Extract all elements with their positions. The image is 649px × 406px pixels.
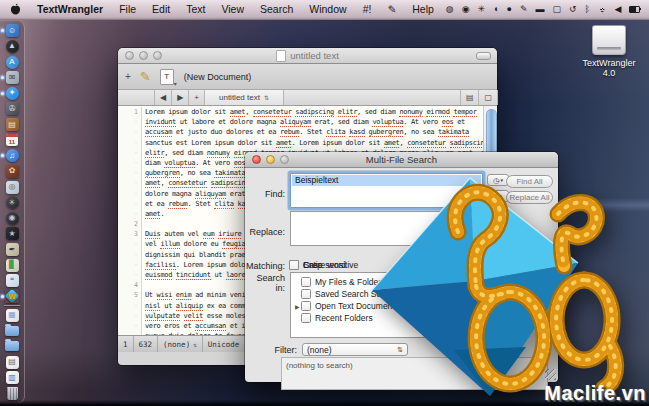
rope-glyph: w xyxy=(5,289,19,303)
document-proxy-button[interactable]: T ▾ xyxy=(160,69,174,85)
editor-line[interactable]: ·accusam et justo duo dolores et ea rebu… xyxy=(118,127,484,137)
dock-item-iphoto[interactable]: ✿ xyxy=(2,165,22,179)
checkbox[interactable] xyxy=(301,301,311,311)
minimize-button[interactable] xyxy=(139,51,148,60)
running-indicator xyxy=(1,29,4,32)
dock-item-trash[interactable] xyxy=(2,387,22,401)
checkbox[interactable] xyxy=(301,313,311,323)
editor-line[interactable]: ·invidunt ut labore et dolore magna aliq… xyxy=(118,117,484,127)
toolbar-toggle-button[interactable] xyxy=(476,52,491,60)
close-button[interactable] xyxy=(125,51,134,60)
dock-item-image-file[interactable]: ▦ xyxy=(2,308,22,322)
dock-item-textwrangler[interactable]: w xyxy=(2,290,22,304)
filter-value: (none) xyxy=(307,345,332,355)
editor-line[interactable]: 1Lorem ipsum dolor sit amet, consetetur … xyxy=(118,107,484,117)
dock-item-launchpad[interactable]: ▲ xyxy=(2,40,22,54)
tab-untitled-text[interactable]: untitled text ⇅ xyxy=(204,90,284,105)
dock-item-finder[interactable]: ☺ xyxy=(2,24,22,38)
dock-item-messages[interactable]: ❝ xyxy=(2,274,22,288)
zoom-button[interactable] xyxy=(153,51,162,60)
new-tab-button[interactable]: + xyxy=(188,90,205,105)
language-popup[interactable]: (none) ⇅ xyxy=(158,336,203,352)
bluetooth-icon[interactable]: ᛒ xyxy=(581,0,594,19)
zoom-button[interactable] xyxy=(280,155,289,164)
dock-item-dvd-player[interactable]: ◉ xyxy=(2,212,22,226)
time-machine-icon[interactable]: ↺ xyxy=(565,0,581,19)
search-titlebar[interactable]: Multi-File Search xyxy=(245,152,558,168)
document-proxy-icon[interactable] xyxy=(276,50,286,62)
menu-file[interactable]: File xyxy=(111,0,144,19)
line-number: · xyxy=(118,178,142,188)
battery-icon[interactable] xyxy=(629,6,640,14)
line-number: · xyxy=(118,189,142,199)
line-number: 4 xyxy=(118,280,142,290)
line-number: · xyxy=(118,239,142,249)
installer-doc-icon: ▤ xyxy=(6,356,19,369)
menu-extra-5-icon[interactable]: ● xyxy=(503,0,516,19)
editor-line[interactable]: ·sanctus est Lorem ipsum dolor sit amet.… xyxy=(118,138,484,148)
monitor-icon[interactable]: ▢ xyxy=(549,0,566,19)
menu-text[interactable]: Text xyxy=(178,0,213,19)
minimize-button[interactable] xyxy=(266,155,275,164)
dock-item-installer-doc[interactable]: ▤ xyxy=(2,355,22,369)
menu-extra-3-icon[interactable]: ✳ xyxy=(474,0,490,19)
checkbox-grep[interactable]: Grep xyxy=(289,260,322,270)
dock-item-numbers[interactable]: ▊ xyxy=(2,258,22,272)
menu-clock[interactable]: Mi. 10:35 xyxy=(644,0,649,21)
line-number: 1 xyxy=(118,107,142,117)
back-button[interactable]: ◀ xyxy=(154,90,172,105)
menu-items: TextWranglerFileEditTextViewSearchWindow… xyxy=(0,0,442,19)
checkbox[interactable] xyxy=(289,260,299,270)
sidebar-toggle-button[interactable]: + xyxy=(118,71,135,82)
volume-icon[interactable]: ◀ xyxy=(611,0,626,19)
split-view-button[interactable]: ▤ xyxy=(460,90,480,105)
menu-extra-6-icon[interactable]: ✎ xyxy=(516,0,532,19)
checkbox[interactable] xyxy=(301,277,311,287)
tab-stepper-icon[interactable]: ⇅ xyxy=(264,94,269,101)
search-status-text: (nothing to search) xyxy=(286,361,353,370)
dock-item-mail[interactable]: ✉ xyxy=(2,71,22,85)
dock-item-downloads-folder[interactable] xyxy=(2,340,22,354)
menu-textwrangler[interactable]: TextWrangler xyxy=(29,0,111,19)
desktop-icon-textwrangler-disk[interactable]: TextWrangler 4.0 xyxy=(576,25,642,79)
dock-item-calendar[interactable]: 11 xyxy=(2,133,22,147)
menu-help[interactable]: Help xyxy=(404,0,442,19)
downloads-folder-icon xyxy=(5,341,19,351)
language-value: (none) xyxy=(163,340,190,349)
dock-item-documents-folder[interactable] xyxy=(2,324,22,338)
menu-scripts[interactable]: ✎ xyxy=(379,0,404,19)
find-label: Find: xyxy=(245,189,285,199)
checkbox[interactable] xyxy=(301,289,311,299)
forward-button[interactable]: ▶ xyxy=(171,90,189,105)
running-indicator xyxy=(1,154,4,157)
menu-edit[interactable]: Edit xyxy=(144,0,178,19)
dock-item-safari[interactable]: ✦ xyxy=(2,87,22,101)
dock-item-pages[interactable]: ✒ xyxy=(2,243,22,257)
dock-item-preview[interactable]: ◎ xyxy=(2,180,22,194)
apple-menu[interactable] xyxy=(0,3,29,16)
menu-extra-1-icon[interactable]: ◍ xyxy=(442,0,458,19)
menu-shebang[interactable]: #! xyxy=(355,0,380,19)
textwrangler-app-icon[interactable] xyxy=(358,168,649,406)
dock-item-app-store[interactable]: A xyxy=(2,55,22,69)
dock-item-video-camera[interactable]: ✇ xyxy=(2,102,22,116)
dock-item-color-wheel[interactable]: ✳ xyxy=(2,196,22,210)
dock-item-contacts[interactable]: ▤ xyxy=(2,118,22,132)
disclosure-triangle-icon[interactable]: ▶ xyxy=(295,303,300,310)
menu-extra-4-icon[interactable]: ◖ xyxy=(489,0,502,19)
menu-extra-2-icon[interactable]: ◉ xyxy=(458,0,474,19)
menu-search[interactable]: Search xyxy=(252,0,301,19)
editor-titlebar[interactable]: untitled text xyxy=(118,48,497,64)
dock-item-itunes[interactable]: ♫ xyxy=(2,149,22,163)
dock-item-readme-doc[interactable]: ▥ xyxy=(2,371,22,385)
counterpart-button[interactable]: ▢ xyxy=(478,90,498,105)
line-number: · xyxy=(118,270,142,280)
display-icon[interactable]: ▬ xyxy=(532,0,549,19)
menu-window[interactable]: Window xyxy=(301,0,354,19)
scrollbar-thumb[interactable] xyxy=(486,109,497,157)
screen: TextWrangler 4.0 untitled text + ✎ T ▾ xyxy=(0,0,649,406)
dock-item-imovie[interactable]: ★ xyxy=(2,227,22,241)
wifi-icon[interactable] xyxy=(598,6,607,14)
close-button[interactable] xyxy=(252,155,261,164)
menu-view[interactable]: View xyxy=(213,0,252,19)
